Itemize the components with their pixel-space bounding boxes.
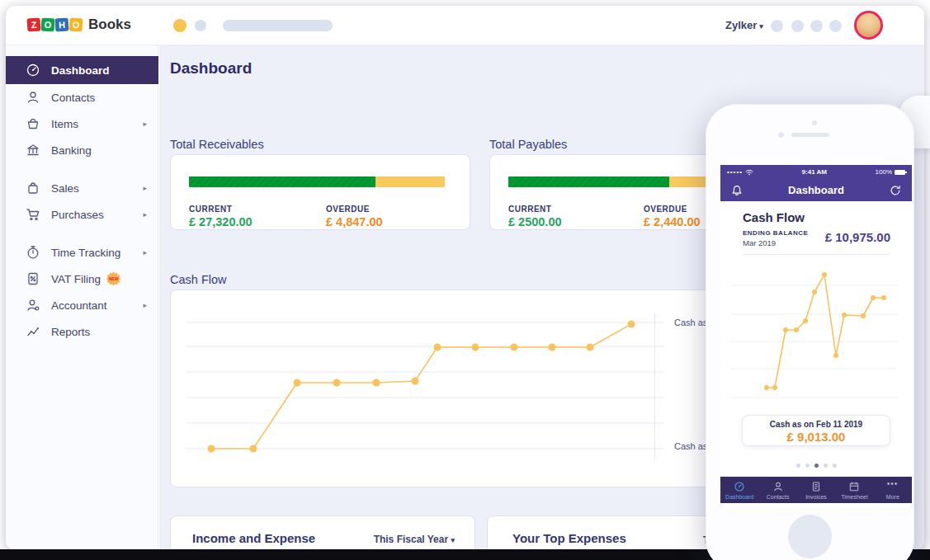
overdue-label: OVERDUE (326, 205, 370, 214)
receivables-current-bar (189, 176, 375, 187)
cash-as-on-label: Cash as on Feb 11 2019 (743, 420, 890, 429)
cash-as-on-card: Cash as on Feb 11 2019 £ 9,013.00 (742, 415, 890, 446)
more-icon: ••• (887, 481, 899, 492)
sidebar-item-label: Accountant (51, 299, 107, 312)
sidebar-item-banking[interactable]: Banking (6, 137, 158, 163)
header-icon-button[interactable] (829, 20, 842, 32)
ending-balance-period: Mar 2019 (743, 238, 776, 247)
overdue-amount: £ 4,847.00 (326, 215, 383, 228)
refresh-icon[interactable] (889, 184, 902, 197)
sidebar-item-label: Dashboard (51, 64, 110, 77)
cashflow-section-title: Cash Flow (170, 273, 227, 286)
receivables-card: CURRENT £ 27,320.00 OVERDUE £ 4,847.00 (170, 154, 470, 230)
overdue-label: OVERDUE (644, 205, 687, 214)
sidebar-item-time-tracking[interactable]: Time Tracking▸ (6, 239, 158, 266)
sidebar-item-label: Time Tracking (51, 247, 120, 259)
current-amount: £ 2500.00 (508, 215, 562, 228)
sidebar-item-vat-filing[interactable]: VAT FilingNEW (6, 266, 158, 292)
dot-active (814, 464, 819, 468)
ending-balance-value: £ 10,975.00 (825, 230, 890, 244)
sidebar-list: DashboardContactsItems▸BankingSales▸Purc… (6, 56, 158, 345)
sidebar-item-dashboard[interactable]: Dashboard (6, 56, 158, 84)
phone-mockup: ••••• 9:41 AM 100% Dashboard Cash Flow E… (706, 104, 914, 560)
phone-cashflow-title: Cash Flow (743, 210, 805, 224)
logo-letter-tile: H (55, 18, 69, 32)
battery-percent: 100% (876, 168, 892, 176)
org-name: Zylker (725, 19, 757, 31)
chevron-right-icon: ▸ (143, 248, 147, 256)
payables-current-bar (508, 176, 669, 187)
org-menu[interactable]: Zylker▾ (725, 19, 763, 31)
phone-tab-label: Contacts (767, 494, 790, 500)
phone-front-camera (778, 132, 784, 138)
header-icon-button[interactable] (771, 20, 783, 32)
person-icon (772, 481, 784, 492)
current-label: CURRENT (189, 205, 232, 214)
page-title: Dashboard (170, 59, 252, 78)
wifi-icon (745, 169, 753, 176)
phone-tab-contacts[interactable]: Contacts (758, 477, 796, 503)
phone-tab-dashboard[interactable]: Dashboard (720, 477, 758, 503)
phone-home-button[interactable] (788, 515, 832, 558)
sidebar-item-purchases[interactable]: Purchases▸ (6, 201, 158, 228)
gray-dot (195, 20, 206, 31)
carrier-signal-dots: ••••• (727, 168, 743, 176)
sidebar-item-reports[interactable]: Reports (6, 318, 158, 345)
dot (833, 464, 837, 468)
sidebar-item-items[interactable]: Items▸ (6, 111, 158, 137)
user-avatar[interactable] (854, 11, 883, 40)
receivables-progress-bar (189, 176, 445, 187)
payables-card: CURRENT £ 2500.00 OVERDUE £ 2,440.00 (489, 154, 729, 230)
reports-icon (26, 324, 40, 339)
phone-tab-invoices[interactable]: Invoices (797, 477, 835, 503)
cashflow-divider (654, 313, 655, 460)
header-icon-button[interactable] (791, 20, 804, 32)
cart-icon (26, 207, 40, 222)
phone-cashflow-chart (729, 257, 904, 406)
vat-doc-icon (26, 271, 40, 286)
dot (805, 464, 810, 468)
caret-down-icon: ▾ (759, 22, 763, 31)
header-icon-button[interactable] (810, 20, 823, 32)
search-bar[interactable] (223, 20, 333, 31)
carousel-dots[interactable] (720, 464, 912, 468)
phone-tabbar: DashboardContactsInvoicesTimesheet•••Mor… (720, 477, 912, 503)
payables-progress-bar (508, 176, 715, 187)
sidebar-item-sales[interactable]: Sales▸ (6, 175, 158, 201)
current-label: CURRENT (508, 205, 551, 214)
phone-tab-more[interactable]: •••More (874, 477, 912, 503)
bank-icon (26, 143, 40, 158)
sidebar-item-label: Contacts (51, 92, 95, 104)
zoho-logo-tiles: ZOHO (27, 18, 83, 31)
ending-balance-label: ENDING BALANCE (743, 229, 808, 237)
divider (743, 254, 890, 255)
income-expense-card: Income and Expense This Fiscal Year ▾ (170, 515, 475, 550)
bell-icon[interactable] (730, 184, 744, 197)
person-icon (26, 90, 40, 105)
logo-letter-tile: O (68, 17, 83, 31)
chevron-right-icon: ▸ (143, 301, 147, 309)
timer-icon (26, 245, 40, 260)
top-header: ZOHO Books Zylker▾ (6, 6, 924, 45)
chevron-right-icon: ▸ (143, 210, 147, 219)
dot (824, 464, 828, 468)
bag-icon (26, 181, 40, 195)
gauge-icon (26, 63, 40, 78)
top-expenses-title: Your Top Expenses (512, 531, 626, 545)
battery-icon (895, 170, 905, 175)
invoice-icon (810, 481, 822, 492)
gauge-icon (734, 481, 745, 492)
receivables-section-title: Total Receivables (170, 138, 264, 151)
zoho-books-logo[interactable]: ZOHO Books (27, 16, 131, 33)
phone-tab-label: Invoices (805, 494, 827, 500)
yellow-dot (173, 19, 186, 32)
sidebar-item-label: Sales (51, 182, 79, 195)
sidebar-item-contacts[interactable]: Contacts (6, 84, 158, 111)
phone-speaker (791, 133, 829, 137)
cash-as-on-value: £ 9,013.00 (743, 430, 890, 444)
phone-tab-timesheet[interactable]: Timesheet (835, 477, 873, 503)
sidebar-item-accountant[interactable]: Accountant▸ (6, 292, 158, 318)
basket-icon (26, 116, 40, 131)
new-badge: NEW (106, 272, 120, 286)
income-bars-chart (171, 516, 475, 550)
